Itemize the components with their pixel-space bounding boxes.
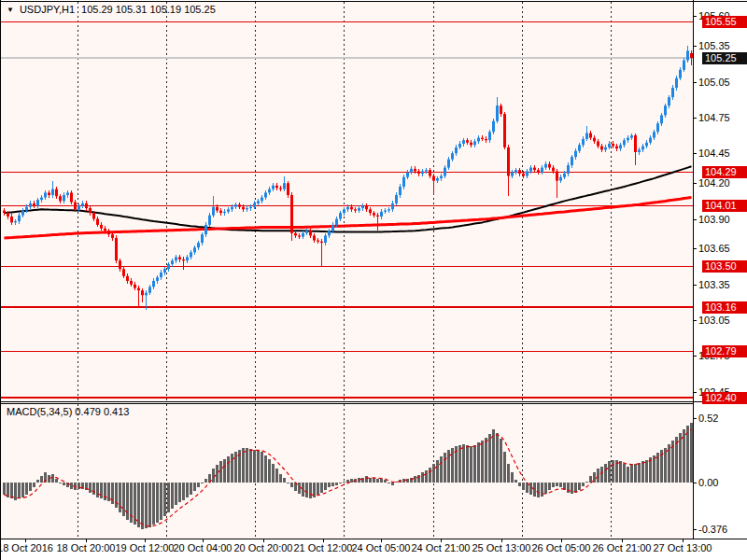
candle-body	[593, 138, 596, 142]
macd-histogram-bar	[197, 483, 200, 487]
macd-histogram-bar	[3, 483, 6, 495]
macd-histogram-bar	[275, 469, 278, 483]
candle-body	[526, 171, 529, 175]
macd-histogram-bar	[141, 483, 144, 529]
candle-body	[686, 50, 689, 60]
macd-histogram-bar	[178, 483, 181, 502]
macd-histogram-bar	[283, 478, 286, 483]
candle-body	[440, 176, 443, 179]
macd-histogram-bar	[597, 469, 599, 483]
candle-body	[201, 234, 204, 243]
candle-body	[567, 165, 570, 174]
macd-histogram-bar	[268, 459, 271, 483]
macd-histogram-bar	[182, 483, 185, 500]
macd-histogram-bar	[231, 454, 233, 483]
macd-histogram-bar	[395, 482, 398, 483]
candle-body	[212, 207, 215, 216]
candle-body	[29, 203, 32, 207]
candle-body	[492, 121, 495, 132]
candle-body	[365, 205, 368, 209]
candle-body	[324, 235, 327, 243]
candle-body	[78, 205, 80, 209]
price-pane[interactable]	[1, 1, 693, 401]
candle-body	[320, 242, 323, 243]
macd-histogram-bar	[571, 483, 573, 494]
macd-histogram-bar	[175, 483, 177, 505]
macd-histogram-bar	[627, 467, 629, 483]
candle-body	[3, 211, 6, 214]
macd-histogram-bar	[638, 463, 641, 483]
macd-histogram-bar	[485, 438, 487, 483]
macd-histogram-bar	[432, 464, 435, 483]
candle-body	[544, 164, 547, 168]
macd-histogram-bar	[21, 483, 24, 497]
macd-histogram-bar	[578, 483, 581, 490]
macd-histogram-bar	[350, 479, 353, 483]
candle-body	[645, 143, 648, 147]
macd-histogram-bar	[522, 483, 525, 490]
candle-body	[425, 170, 428, 171]
macd-histogram-bar	[279, 474, 282, 483]
candle-body	[518, 170, 521, 174]
macd-histogram-bar	[600, 467, 603, 483]
candle-body	[660, 115, 663, 123]
candle-body	[148, 287, 151, 292]
candle-body	[388, 209, 390, 210]
candle-body	[406, 173, 409, 177]
candle-body	[302, 233, 304, 237]
macd-histogram-bar	[246, 448, 248, 483]
macd-histogram-bar	[33, 483, 35, 487]
candle-body	[529, 168, 532, 172]
candle-body	[511, 173, 514, 176]
candle-body	[309, 231, 312, 235]
chart-canvas[interactable]	[0, 0, 747, 560]
candle-body	[671, 88, 674, 97]
candle-body	[204, 225, 207, 234]
macd-histogram-bar	[216, 465, 218, 483]
candle-body	[436, 178, 439, 181]
candle-body	[14, 221, 17, 222]
macd-histogram-bar	[503, 452, 506, 483]
macd-histogram-bar	[582, 483, 585, 486]
candle-body	[178, 257, 181, 259]
candle-body	[369, 209, 372, 213]
candle-body	[649, 138, 652, 143]
macd-histogram-bar	[544, 483, 547, 494]
candle-body	[559, 177, 562, 181]
candle-body	[481, 138, 484, 139]
candle-body	[283, 183, 286, 189]
candle-body	[175, 257, 177, 260]
candle-body	[272, 186, 275, 189]
macd-histogram-bar	[444, 453, 446, 483]
macd-histogram-bar	[630, 465, 633, 483]
candle-body	[313, 235, 316, 240]
candle-body	[623, 140, 626, 145]
candle-body	[55, 189, 58, 197]
candle-body	[417, 171, 420, 174]
macd-histogram-bar	[436, 460, 439, 483]
candle-body	[458, 144, 461, 147]
candle-body	[261, 198, 263, 202]
candle-body	[597, 141, 599, 146]
candle-body	[537, 170, 540, 173]
candle-body	[171, 260, 174, 264]
macd-histogram-bar	[14, 483, 17, 500]
candle-body	[298, 235, 301, 236]
macd-histogram-bar	[339, 483, 342, 483]
candle-body	[10, 217, 13, 222]
macd-histogram-bar	[145, 483, 148, 528]
candle-body	[7, 213, 9, 217]
candle-body	[48, 192, 50, 195]
macd-histogram-bar	[612, 460, 614, 483]
candle-body	[242, 207, 245, 210]
macd-histogram-bar	[122, 483, 125, 516]
candle-body	[223, 212, 226, 213]
macd-histogram-bar	[559, 483, 562, 487]
candle-body	[141, 290, 144, 295]
candle-body	[653, 132, 655, 137]
candle-body	[630, 135, 633, 138]
candle-body	[275, 186, 278, 189]
candle-body	[641, 147, 644, 150]
macd-pane[interactable]	[1, 404, 693, 539]
macd-histogram-bar	[634, 464, 637, 483]
